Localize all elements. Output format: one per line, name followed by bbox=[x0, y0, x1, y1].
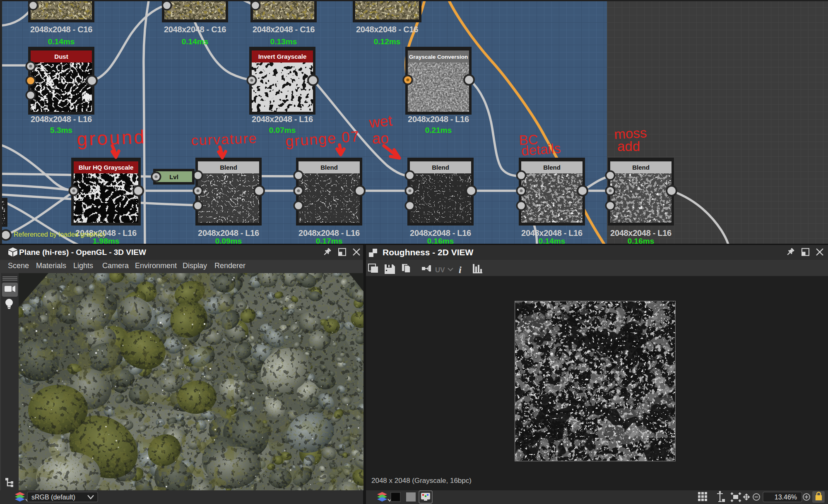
svg-text:Blend: Blend bbox=[320, 164, 338, 171]
svg-text:0.16ms: 0.16ms bbox=[628, 237, 654, 244]
svg-text:2048x2048 - C16: 2048x2048 - C16 bbox=[164, 25, 226, 34]
svg-text:2048x2048 - L16: 2048x2048 - L16 bbox=[408, 115, 469, 124]
svg-text:2048x2048 - C16: 2048x2048 - C16 bbox=[253, 25, 315, 34]
svg-text:2048x2048 - L16: 2048x2048 - L16 bbox=[198, 228, 259, 238]
svg-text:ao: ao bbox=[372, 130, 389, 147]
svg-text:0.14ms: 0.14ms bbox=[539, 237, 565, 244]
svg-text:Blend: Blend bbox=[543, 164, 561, 171]
svg-text:0.13ms: 0.13ms bbox=[270, 37, 297, 46]
svg-text:2048x2048 - L16: 2048x2048 - L16 bbox=[610, 228, 672, 238]
svg-text:Referenced by loaded graph(s): Referenced by loaded graph(s) bbox=[14, 231, 105, 238]
svg-text:ground: ground bbox=[77, 126, 147, 150]
svg-text:2048x2048 - L16: 2048x2048 - L16 bbox=[521, 228, 582, 238]
svg-text:0.14ms: 0.14ms bbox=[48, 37, 75, 46]
svg-text:0.21ms: 0.21ms bbox=[425, 126, 452, 134]
svg-text:Blend: Blend bbox=[220, 164, 237, 171]
svg-text:details: details bbox=[521, 140, 561, 158]
svg-text:2048x2048 - C16: 2048x2048 - C16 bbox=[356, 25, 418, 34]
svg-text:0.16ms: 0.16ms bbox=[427, 237, 454, 244]
svg-text:5.3ms: 5.3ms bbox=[50, 126, 72, 134]
svg-text:0.09ms: 0.09ms bbox=[215, 237, 242, 244]
svg-text:Grayscale Conversion: Grayscale Conversion bbox=[409, 54, 468, 60]
svg-text:add: add bbox=[617, 139, 640, 154]
svg-text:0.12ms: 0.12ms bbox=[374, 37, 400, 46]
svg-text:Lvl: Lvl bbox=[169, 173, 178, 180]
svg-text:2048x2048 - L16: 2048x2048 - L16 bbox=[410, 228, 471, 238]
svg-text:2048x2048 - L16: 2048x2048 - L16 bbox=[31, 115, 92, 124]
svg-text:0.14ms: 0.14ms bbox=[182, 37, 208, 46]
svg-text:2048x2048 - C16: 2048x2048 - C16 bbox=[30, 25, 92, 34]
svg-text:wet: wet bbox=[368, 112, 393, 131]
svg-text:2048x2048 - L16: 2048x2048 - L16 bbox=[298, 228, 360, 238]
svg-text:Invert Grayscale: Invert Grayscale bbox=[258, 53, 307, 60]
svg-text:0.17ms: 0.17ms bbox=[316, 237, 342, 244]
svg-text:2048x2048 - L16: 2048x2048 - L16 bbox=[252, 115, 313, 124]
svg-text:grunge 07: grunge 07 bbox=[285, 128, 361, 150]
svg-text:Dust: Dust bbox=[54, 53, 68, 60]
svg-text:curvature: curvature bbox=[191, 130, 258, 148]
svg-text:Blend: Blend bbox=[632, 164, 650, 171]
svg-text:Blur HQ Grayscale: Blur HQ Grayscale bbox=[79, 164, 134, 171]
svg-text:Blend: Blend bbox=[432, 164, 449, 171]
